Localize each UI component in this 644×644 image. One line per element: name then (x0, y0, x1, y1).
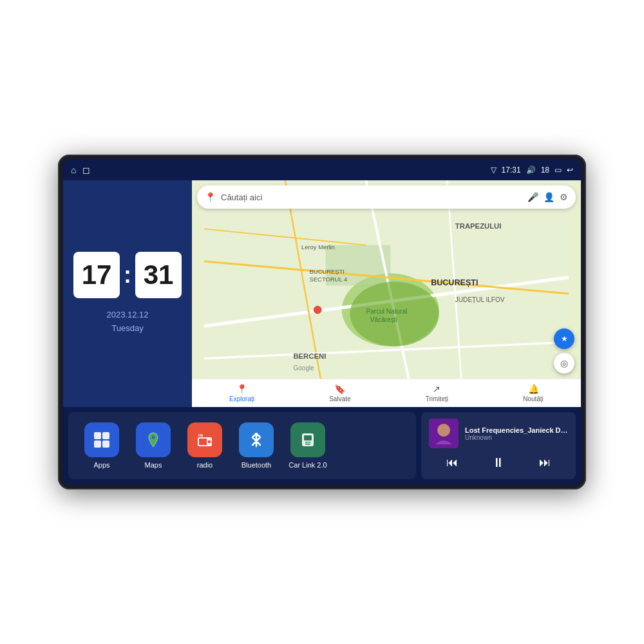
device: ⌂ ◻ ▽ 17:31 🔊 18 ▭ ↩ 17 : 31 (58, 155, 586, 489)
music-player: Lost Frequencies_Janieck Devy-... Unknow… (421, 412, 576, 479)
mic-icon[interactable]: 🎤 (527, 192, 538, 202)
send-label: Trimiteți (426, 395, 448, 402)
svg-rect-22 (94, 432, 101, 439)
app-item-maps[interactable]: Maps (133, 422, 174, 469)
svg-text:Leroy Merlin: Leroy Merlin (301, 243, 335, 251)
map-pin-icon: 📍 (205, 192, 216, 202)
music-controls: ⏮ ⏸ ⏭ (429, 453, 568, 473)
svg-rect-25 (102, 440, 109, 448)
next-button[interactable]: ⏭ (539, 456, 551, 469)
radio-label: radio (197, 461, 213, 469)
apps-icon (84, 422, 119, 457)
map-navigate-button[interactable]: ★ (554, 328, 574, 349)
home-icon[interactable]: ⌂ (71, 165, 76, 175)
back-icon[interactable]: ↩ (567, 166, 573, 175)
volume-icon: 🔊 (526, 166, 536, 175)
clock-display: 17 : 31 (73, 252, 182, 298)
explore-icon: 📍 (236, 384, 247, 394)
settings-icon[interactable]: ⚙ (560, 192, 568, 202)
battery-level: 18 (541, 166, 549, 175)
explore-label: Explorați (229, 395, 254, 402)
song-title: Lost Frequencies_Janieck Devy-... (465, 426, 568, 434)
svg-text:BERCENI: BERCENI (293, 352, 326, 360)
top-section: 17 : 31 2023.12.12 Tuesday (63, 180, 581, 407)
svg-text:TRAPEZULUI: TRAPEZULUI (455, 222, 502, 230)
prev-button[interactable]: ⏮ (446, 456, 458, 469)
svg-text:BUCUREȘTI: BUCUREȘTI (431, 278, 478, 287)
apps-row: Apps Maps (68, 412, 416, 479)
map-area[interactable]: Parcul Natural Văcărești TRAPEZULUI BUCU… (192, 180, 581, 407)
app-item-radio[interactable]: FM radio (184, 422, 225, 469)
map-locate-button[interactable]: ◎ (554, 353, 574, 374)
map-search-bar[interactable]: 📍 Căutați aici 🎤 👤 ⚙ (197, 185, 576, 209)
news-label: Noutăți (523, 395, 544, 402)
saved-icon: 🔖 (334, 384, 345, 394)
map-search-icons: 🎤 👤 ⚙ (527, 192, 568, 202)
svg-rect-34 (305, 444, 310, 445)
svg-text:JUDEȚUL ILFOV: JUDEȚUL ILFOV (455, 296, 505, 303)
svg-point-36 (437, 424, 450, 437)
main-content: 17 : 31 2023.12.12 Tuesday (63, 180, 581, 484)
bluetooth-label: Bluetooth (242, 461, 271, 469)
maps-label: Maps (145, 461, 162, 469)
saved-label: Salvate (329, 395, 350, 402)
battery-icon: ▭ (554, 166, 562, 175)
bottom-section: Apps Maps (63, 407, 581, 484)
map-bottom-bar: 📍 Explorați 🔖 Salvate ↗ Trimiteți 🔔 (192, 379, 581, 407)
date-display: 2023.12.12 Tuesday (106, 308, 148, 336)
date-value: 2023.12.12 (106, 308, 148, 322)
send-icon: ↗ (433, 384, 440, 394)
nav-icon[interactable]: ◻ (82, 165, 90, 175)
map-tab-news[interactable]: 🔔 Noutăți (523, 384, 544, 402)
svg-text:SECTORUL 4: SECTORUL 4 (310, 276, 348, 283)
svg-point-21 (314, 306, 322, 314)
clock-minutes: 31 (135, 252, 182, 298)
apps-label: Apps (93, 461, 109, 469)
svg-text:FM: FM (198, 433, 203, 437)
svg-rect-31 (304, 435, 312, 440)
carlink-label: Car Link 2.0 (289, 461, 327, 469)
map-tab-send[interactable]: ↗ Trimiteți (426, 384, 448, 402)
maps-icon (136, 422, 171, 457)
svg-point-28 (207, 440, 211, 444)
news-icon: 🔔 (528, 384, 539, 394)
song-artist: Unknown (465, 434, 568, 441)
svg-rect-33 (308, 442, 311, 443)
map-tab-explore[interactable]: 📍 Explorați (229, 384, 254, 402)
music-top: Lost Frequencies_Janieck Devy-... Unknow… (429, 419, 568, 448)
svg-text:Văcărești: Văcărești (370, 316, 397, 323)
screen: ⌂ ◻ ▽ 17:31 🔊 18 ▭ ↩ 17 : 31 (63, 160, 581, 484)
status-bar: ⌂ ◻ ▽ 17:31 🔊 18 ▭ ↩ (63, 160, 581, 180)
day-value: Tuesday (106, 322, 148, 336)
app-item-carlink[interactable]: Car Link 2.0 (287, 422, 328, 469)
clock-colon: : (124, 261, 131, 289)
song-info: Lost Frequencies_Janieck Devy-... Unknow… (465, 426, 568, 441)
svg-text:BUCUREȘTI: BUCUREȘTI (310, 268, 345, 275)
avatar-icon[interactable]: 👤 (544, 192, 554, 202)
status-right: ▽ 17:31 🔊 18 ▭ ↩ (491, 166, 573, 175)
svg-rect-23 (102, 432, 109, 439)
radio-icon: FM (187, 422, 222, 457)
clock-widget: 17 : 31 2023.12.12 Tuesday (63, 180, 192, 407)
carlink-icon (290, 422, 325, 457)
album-art (429, 419, 459, 448)
app-item-apps[interactable]: Apps (81, 422, 122, 469)
svg-text:Parcul Natural: Parcul Natural (366, 308, 408, 315)
play-pause-button[interactable]: ⏸ (492, 455, 505, 470)
svg-rect-27 (199, 439, 207, 445)
bluetooth-icon-app (239, 422, 274, 457)
svg-rect-32 (305, 442, 308, 443)
clock-hours: 17 (73, 252, 120, 298)
status-left: ⌂ ◻ (71, 165, 90, 175)
svg-rect-24 (94, 440, 101, 448)
signal-icon: ▽ (491, 166, 497, 175)
map-search-text[interactable]: Căutați aici (221, 193, 522, 202)
svg-text:Google: Google (293, 365, 314, 372)
app-item-bluetooth[interactable]: Bluetooth (236, 422, 277, 469)
map-tab-saved[interactable]: 🔖 Salvate (329, 384, 350, 402)
status-time: 17:31 (502, 166, 521, 175)
